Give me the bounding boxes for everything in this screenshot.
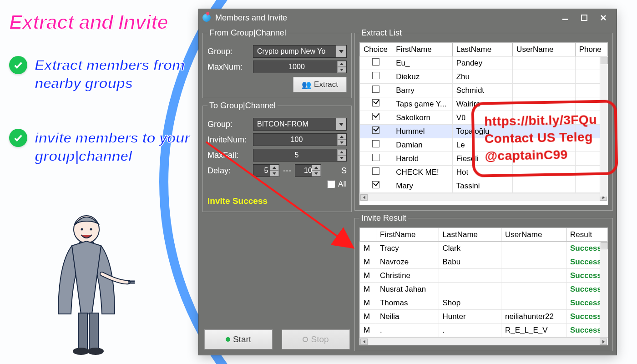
cell-username xyxy=(513,84,576,97)
svg-point-6 xyxy=(73,348,89,355)
cell-m: M xyxy=(360,283,376,296)
spin-up-icon[interactable] xyxy=(337,149,346,155)
spin-up-icon[interactable] xyxy=(337,61,346,67)
table-row[interactable]: M..R_E_L_E_VSuccess xyxy=(360,324,608,337)
maxfail-input[interactable]: 5 xyxy=(253,149,347,162)
cell-username xyxy=(501,296,566,310)
delay-max-value: 10 xyxy=(304,167,312,175)
col-result-m[interactable] xyxy=(360,228,376,242)
row-checkbox[interactable] xyxy=(360,179,392,193)
cell-username xyxy=(513,56,576,70)
col-choice[interactable]: Choice xyxy=(360,43,392,56)
row-checkbox[interactable] xyxy=(360,84,392,97)
bullet-2-text: invite members to your group|channel xyxy=(35,129,191,165)
scroll-up-icon[interactable] xyxy=(601,57,608,64)
cell-username xyxy=(501,242,566,255)
minimize-button[interactable] xyxy=(556,12,575,24)
delay-max-input[interactable]: 10 xyxy=(295,164,321,177)
invitenum-input[interactable]: 100 xyxy=(253,133,347,146)
extract-button-label: Extract xyxy=(314,80,338,89)
close-button[interactable] xyxy=(594,12,613,24)
cell-lastname: Zhu xyxy=(452,70,512,84)
from-group-select[interactable]: Crypto pump New Yo xyxy=(253,45,347,58)
col-phone[interactable]: Phone xyxy=(575,43,607,56)
table-row[interactable]: Eu_Pandey xyxy=(360,56,608,70)
spin-up-icon[interactable] xyxy=(312,165,321,171)
spin-up-icon[interactable] xyxy=(270,165,279,171)
start-button[interactable]: Start xyxy=(204,329,273,349)
svg-rect-5 xyxy=(89,313,98,349)
row-checkbox[interactable] xyxy=(360,111,392,125)
spin-down-icon[interactable] xyxy=(337,155,346,161)
spin-down-icon[interactable] xyxy=(337,67,346,73)
row-checkbox[interactable] xyxy=(360,70,392,84)
cell-firstname: . xyxy=(376,324,439,337)
col-lastname[interactable]: LastName xyxy=(452,43,512,56)
stop-button[interactable]: Stop xyxy=(282,329,350,349)
scroll-left-icon[interactable] xyxy=(360,339,368,345)
extract-list-legend: Extract List xyxy=(359,28,404,38)
cell-username: R_E_L_E_V xyxy=(501,324,566,337)
col-firstname[interactable]: FirstName xyxy=(392,43,452,56)
row-checkbox[interactable] xyxy=(360,166,392,179)
svg-rect-9 xyxy=(581,15,587,20)
col-result-result[interactable]: Result xyxy=(566,228,607,242)
scroll-left-icon[interactable] xyxy=(360,194,368,201)
group-icon: 👥 xyxy=(302,80,311,90)
cell-username xyxy=(501,269,566,283)
from-group-label: Group: xyxy=(207,47,249,56)
all-checkbox[interactable] xyxy=(327,180,335,188)
table-row[interactable]: MNeiliaHunterneiliahunter22Success xyxy=(360,310,608,324)
col-result-firstname[interactable]: FirstName xyxy=(376,228,439,242)
titlebar[interactable]: Members and Invite xyxy=(199,9,617,26)
stamp-line-2: Contact US Teleg xyxy=(485,128,609,147)
cell-firstname: CHECK ME! xyxy=(392,166,452,179)
maximize-button[interactable] xyxy=(575,12,594,24)
cell-lastname: Tassini xyxy=(452,179,512,193)
row-checkbox[interactable] xyxy=(360,97,392,111)
horizontal-scrollbar[interactable] xyxy=(359,337,608,345)
spin-down-icon[interactable] xyxy=(312,171,321,177)
result-grid[interactable]: FirstName LastName UserName Result MTrac… xyxy=(359,228,608,345)
col-result-lastname[interactable]: LastName xyxy=(439,228,501,242)
from-maxnum-input[interactable]: 1000 xyxy=(253,61,347,73)
spin-up-icon[interactable] xyxy=(337,134,346,140)
cell-firstname: Harold xyxy=(392,152,452,166)
svg-point-2 xyxy=(90,228,92,231)
extract-button[interactable]: 👥 Extract xyxy=(293,77,347,92)
spin-down-icon[interactable] xyxy=(270,171,279,177)
cell-username xyxy=(501,255,566,269)
table-row[interactable]: MaryTassini xyxy=(360,179,608,193)
table-row[interactable]: MChristineSuccess xyxy=(360,269,608,283)
cell-firstname: Eu_ xyxy=(392,56,452,70)
check-icon xyxy=(9,56,27,74)
row-checkbox[interactable] xyxy=(360,56,392,70)
cell-firstname: Thomas xyxy=(376,296,439,310)
horizontal-scrollbar[interactable] xyxy=(359,193,608,201)
col-result-username[interactable]: UserName xyxy=(501,228,566,242)
invite-result-legend: Invite Result xyxy=(359,213,408,223)
row-checkbox[interactable] xyxy=(360,138,392,152)
from-maxnum-label: MaxNum: xyxy=(207,62,249,72)
delay-min-input[interactable]: 5 xyxy=(253,164,279,177)
row-checkbox[interactable] xyxy=(360,125,392,138)
to-group-select[interactable]: BITCON-FROM xyxy=(253,118,347,131)
table-row[interactable]: MNavrozeBabuSuccess xyxy=(360,255,608,269)
cell-firstname: Mary xyxy=(392,179,452,193)
scroll-right-icon[interactable] xyxy=(600,339,607,345)
stamp-line-3: @captainC99 xyxy=(485,145,609,165)
table-row[interactable]: DiekuzZhu xyxy=(360,70,608,84)
table-row[interactable]: BarrySchmidt xyxy=(360,84,608,97)
to-group-label: Group: xyxy=(207,120,249,129)
vertical-scrollbar[interactable] xyxy=(600,242,608,337)
cell-firstname: Diekuz xyxy=(392,70,452,84)
cell-firstname: Navroze xyxy=(376,255,439,269)
table-row[interactable]: MThomasShopSuccess xyxy=(360,296,608,310)
col-username[interactable]: UserName xyxy=(513,43,576,56)
row-checkbox[interactable] xyxy=(360,152,392,166)
table-row[interactable]: MNusrat JahanSuccess xyxy=(360,283,608,296)
table-row[interactable]: MTracyClarkSuccess xyxy=(360,242,608,255)
spin-down-icon[interactable] xyxy=(337,140,346,146)
cell-username: neiliahunter22 xyxy=(501,310,566,324)
scroll-up-icon[interactable] xyxy=(601,242,608,249)
